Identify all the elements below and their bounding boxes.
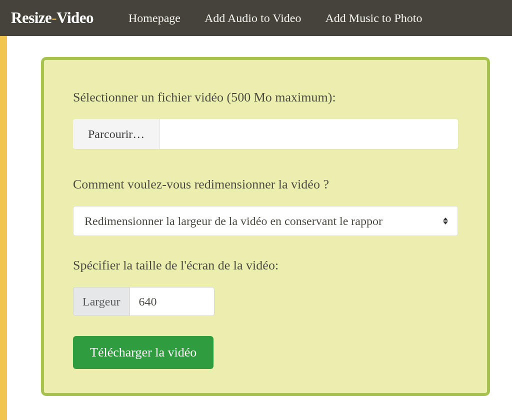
width-addon-label: Largeur <box>73 287 130 316</box>
upload-video-button[interactable]: Télécharger la vidéo <box>73 336 214 369</box>
width-input[interactable] <box>130 287 214 316</box>
resize-method-select[interactable]: Redimensionner la largeur de la vidéo en… <box>73 206 458 236</box>
navbar: Resize-Video Homepage Add Audio to Video… <box>0 0 512 36</box>
nav-links: Homepage Add Audio to Video Add Music to… <box>128 12 422 25</box>
file-input-row: Parcourir… <box>73 119 458 149</box>
page-body: Sélectionner un fichier vidéo (500 Mo ma… <box>0 36 512 420</box>
file-name-display <box>160 119 458 149</box>
nav-homepage[interactable]: Homepage <box>128 12 180 25</box>
browse-button[interactable]: Parcourir… <box>73 119 160 149</box>
nav-add-audio[interactable]: Add Audio to Video <box>204 12 301 25</box>
brand-part1: Resize <box>11 9 52 26</box>
specify-size-label: Spécifier la taille de l'écran de la vid… <box>73 258 458 273</box>
resize-select-wrap: Redimensionner la largeur de la vidéo en… <box>73 206 458 236</box>
resize-method-label: Comment voulez-vous redimensionner la vi… <box>73 177 458 192</box>
select-file-label: Sélectionner un fichier vidéo (500 Mo ma… <box>73 90 458 105</box>
brand-logo: Resize-Video <box>11 9 94 27</box>
form-card: Sélectionner un fichier vidéo (500 Mo ma… <box>41 57 490 396</box>
size-row: Largeur <box>73 287 458 316</box>
brand-dash: - <box>52 9 56 26</box>
left-accent-stripe <box>0 36 7 420</box>
nav-add-music[interactable]: Add Music to Photo <box>325 12 422 25</box>
content-area: Sélectionner un fichier vidéo (500 Mo ma… <box>7 36 512 420</box>
brand-part2: Video <box>56 9 94 26</box>
